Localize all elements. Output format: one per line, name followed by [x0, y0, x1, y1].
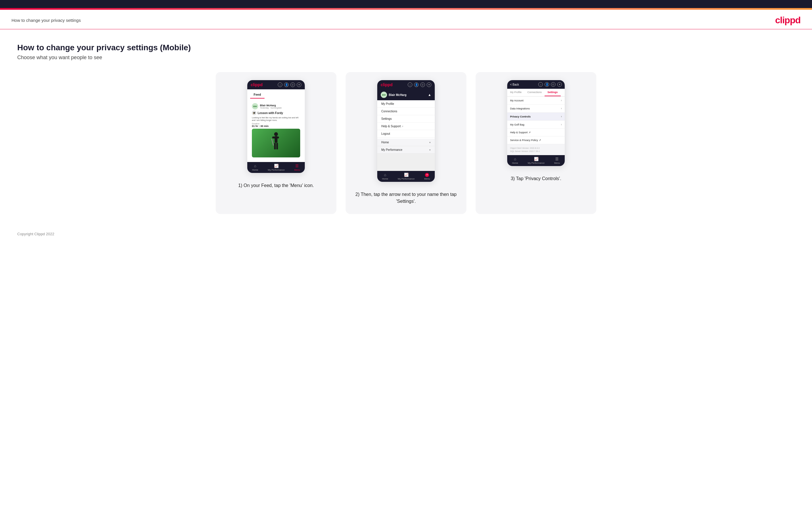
phone-1-icons: ⌕ 👤 ⊙ ▾ [278, 82, 301, 87]
tab-my-profile[interactable]: My Profile [507, 89, 524, 96]
nav-menu-3: ☰ Menu [554, 157, 560, 164]
nav-menu-label-3: Menu [554, 162, 560, 164]
settings-icon: ⊙ [291, 82, 295, 87]
settings-my-account[interactable]: My Account › [507, 97, 565, 105]
phone-2-icons: ⌕ 👤 ⊙ ▾ [408, 82, 431, 87]
section-home-label: Home [381, 141, 389, 144]
search-icon-3: ⌕ [538, 82, 543, 87]
nav-home-label: Home [252, 169, 258, 171]
feed-tab-container: Feed [247, 89, 305, 99]
lesson-title: Lesson with Fordy [258, 111, 283, 115]
settings-my-golf-bag[interactable]: My Golf Bag › [507, 121, 565, 129]
search-icon-2: ⌕ [408, 82, 412, 87]
menu-item-settings[interactable]: Settings [377, 115, 435, 123]
settings-help-support[interactable]: Help & Support ↗ [507, 129, 565, 136]
phone-2-header: clippd ⌕ 👤 ⊙ ▾ [377, 80, 435, 89]
nav-home-2: ⌂ Home [382, 173, 388, 180]
my-account-label: My Account [510, 99, 523, 102]
phone-1-body: Feed BM Blair McHarg Yesterday · Sunning… [247, 89, 305, 160]
chevron-icon: ▾ [297, 82, 301, 87]
tab-settings[interactable]: Settings [545, 89, 561, 96]
chevron-icon-2: ▾ [427, 82, 431, 87]
dropdown-chevron-up: ▲ [428, 93, 431, 97]
nav-home-3: ⌂ Home [512, 157, 518, 164]
settings-privacy-controls[interactable]: Privacy Controls › [507, 113, 565, 121]
nav-menu-1[interactable]: ☰ Menu [294, 164, 300, 171]
my-golf-bag-label: My Golf Bag [510, 123, 524, 126]
section-performance[interactable]: My Performance ▾ [377, 146, 435, 154]
phone-2-footer: ⌂ Home 📈 My Performance ✕ Menu [377, 171, 435, 182]
menu-x-icon: ✕ [425, 173, 429, 177]
dropdown-user-left: BM Blair McHarg [381, 92, 407, 98]
help-support-label: Help & Support ↗ [510, 131, 531, 134]
step-1-card: clippd ⌕ 👤 ⊙ ▾ Feed BM [216, 72, 337, 214]
menu-item-help[interactable]: Help & Support [377, 123, 435, 130]
search-icon: ⌕ [278, 82, 283, 87]
data-integrations-label: Data Integrations [510, 107, 530, 110]
feed-card: BM Blair McHarg Yesterday · Sunningdale … [250, 101, 303, 160]
breadcrumb: How to change your privacy settings [11, 18, 81, 23]
step-3-card: < Back ⌕ 👤 ⊙ ▾ My Profile Connections Se… [475, 72, 596, 214]
copyright: Copyright Clippd 2022 [17, 232, 54, 236]
chevron-icon-3: ▾ [557, 82, 562, 87]
person-icon-3: 👤 [545, 82, 549, 87]
step-2-card: clippd ⌕ 👤 ⊙ ▾ BM Blair McHarg [346, 72, 466, 214]
duration-label: Duration [252, 123, 300, 125]
svg-rect-5 [271, 138, 274, 146]
section-performance-chevron: ▾ [429, 149, 431, 151]
dropdown-user-row[interactable]: BM Blair McHarg ▲ [377, 89, 435, 100]
chart-icon: 📈 [274, 164, 278, 168]
step-2-phone: clippd ⌕ 👤 ⊙ ▾ BM Blair McHarg [377, 80, 435, 182]
section-home[interactable]: Home ▾ [377, 139, 435, 146]
footer: Copyright Clippd 2022 [0, 225, 812, 243]
golf-image [252, 129, 300, 157]
menu-item-connections[interactable]: Connections [377, 108, 435, 115]
header: How to change your privacy settings clip… [0, 10, 812, 29]
settings-tabs: My Profile Connections Settings [507, 89, 565, 97]
step-1-phone: clippd ⌕ 👤 ⊙ ▾ Feed BM [247, 80, 305, 173]
data-integrations-chevron: › [561, 107, 562, 110]
person-icon-2: 👤 [414, 82, 419, 87]
phone-2-logo: clippd [381, 82, 393, 87]
back-button[interactable]: < Back [510, 83, 519, 86]
chart-icon-3: 📈 [534, 157, 539, 161]
svg-rect-3 [274, 143, 276, 149]
phone-1-footer: ⌂ Home 📈 My Performance ☰ Menu [247, 162, 305, 173]
duration-value: 01 hr : 30 min [252, 125, 300, 127]
version-line-2: GQL Server Version: 2022.7.30-1 [510, 150, 562, 153]
nav-performance-label-3: My Performance [527, 162, 545, 164]
dropdown-overlay: BM Blair McHarg ▲ My Profile Connections… [377, 89, 435, 171]
settings-data-integrations[interactable]: Data Integrations › [507, 105, 565, 113]
dropdown-user-name: Blair McHarg [389, 93, 407, 97]
nav-performance-3: 📈 My Performance [527, 157, 545, 164]
privacy-controls-label: Privacy Controls [510, 115, 531, 118]
lesson-icon: 🎓 [252, 111, 256, 115]
menu-item-my-profile[interactable]: My Profile [377, 100, 435, 108]
home-icon: ⌂ [254, 164, 256, 168]
phone-3-header: < Back ⌕ 👤 ⊙ ▾ [507, 80, 565, 89]
tab-connections[interactable]: Connections [524, 89, 545, 96]
settings-icon-3: ⊙ [551, 82, 556, 87]
privacy-controls-chevron: › [561, 115, 562, 118]
svg-rect-4 [276, 143, 278, 149]
nav-performance-2: 📈 My Performance [398, 173, 415, 180]
phone-1-logo: clippd [251, 82, 262, 87]
settings-list: My Account › Data Integrations › Privacy… [507, 97, 565, 155]
feed-tab: Feed [250, 91, 264, 99]
logo: clippd [775, 15, 801, 25]
service-privacy-label: Service & Privacy Policy ↗ [510, 139, 541, 142]
avatar-2: BM [381, 92, 387, 98]
phone-3-footer: ⌂ Home 📈 My Performance ☰ Menu [507, 155, 565, 166]
dropdown-section: Home ▾ My Performance ▾ [377, 139, 435, 154]
feed-lesson-row: 🎓 Lesson with Fordy [252, 111, 300, 115]
svg-rect-2 [272, 136, 279, 138]
home-icon-3: ⌂ [514, 157, 516, 161]
nav-performance-label-2: My Performance [398, 177, 415, 180]
settings-service-privacy[interactable]: Service & Privacy Policy ↗ [507, 136, 565, 144]
settings-version: Clippd Client Version: 2022.8.3-3 GQL Se… [507, 144, 565, 155]
nav-menu-2: ✕ Menu [424, 173, 430, 180]
menu-item-logout[interactable]: Logout [377, 130, 435, 137]
version-line-1: Clippd Client Version: 2022.8.3-3 [510, 147, 562, 150]
feed-user-row: BM Blair McHarg Yesterday · Sunningdale [252, 103, 300, 109]
nav-menu-label: Menu [294, 169, 300, 171]
